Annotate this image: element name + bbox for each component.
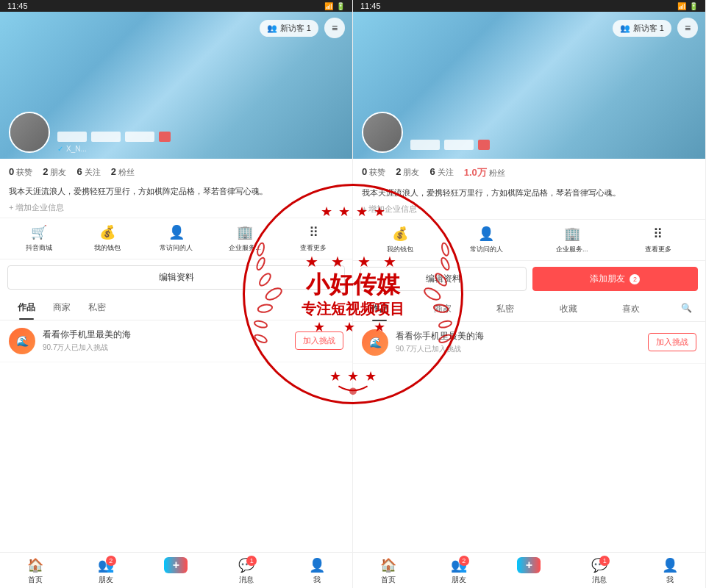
stat-fans-right[interactable]: 1.0万 粉丝 [464,166,505,179]
menu-btn-left[interactable]: ≡ [324,18,345,38]
stat-follow-left[interactable]: 6 关注 [76,166,100,178]
new-visitor-label-right: 新访客 1 [633,23,664,34]
username-info-left: ✓ X_N... [57,132,171,153]
tab-works-right[interactable]: 作品 [362,297,397,321]
bottom-nav-right: 🏠 首页 2 👥 朋友 + 1 💬 消息 👤 我 [353,552,705,588]
time-left: 11:45 [7,1,28,10]
icons-row-left: 🛒 抖音商城 💰 我的钱包 👤 常访问的人 🏢 企业服务... ⠿ [0,218,352,259]
right-panel: 11:45 📶 🔋 👥 新访客 1 ≡ [353,0,706,588]
card-title-right: 看看你手机里最美的海 [396,330,641,343]
banner-topbar-left: 👥 新访客 1 ≡ [260,18,345,38]
tab-merchant-left[interactable]: 商家 [44,295,79,320]
tab-search-right[interactable]: 🔍 [677,297,696,321]
avatar-left [9,112,50,153]
menu-btn-right[interactable]: ≡ [677,18,698,38]
icon-wallet-right[interactable]: 💰 我的钱包 [357,226,443,254]
nav-home-left[interactable]: 🏠 首页 [0,557,71,585]
tab-like-right[interactable]: 喜欢 [613,297,649,321]
card-title-left: 看看你手机里最美的海 [43,329,288,341]
stat-friend-right[interactable]: 2 朋友 [396,166,419,179]
tab-private-left[interactable]: 私密 [79,295,115,320]
icon-enterprise-left[interactable]: 🏢 企业服务... [210,224,279,253]
nav-home-right[interactable]: 🏠 首页 [353,557,424,585]
avatar-row-right [353,112,705,159]
action-row-left: 编辑资料 [0,259,352,295]
nav-me-right[interactable]: 👤 我 [635,557,705,585]
avatar-row-left: ✓ X_N... [0,112,352,159]
stat-huozan-left: 0 获赞 [9,166,32,178]
stats-row-left: 0 获赞 2 朋友 6 关注 2 粉丝 [0,159,352,182]
add-info-right[interactable]: + 增加企业信息 [353,202,705,219]
tabs-row-right: 作品 商家 私密 收藏 喜欢 🔍 [353,297,705,322]
avatar-right [362,112,403,153]
card-icon-left: 🌊 [9,328,35,354]
stats-row-right: 0 获赞 2 朋友 6 关注 1.0万 粉丝 [353,159,705,184]
card-icon-right: 🌊 [362,329,388,356]
icon-shop-left[interactable]: 🛒 抖音商城 [4,224,73,253]
nav-friends-left[interactable]: 2 👥 朋友 [71,557,141,585]
join-btn-right[interactable]: 加入挑战 [648,333,696,351]
content-card-right: 🌊 看看你手机里最美的海 90.7万人已加入挑战 加入挑战 [353,322,705,364]
bio-left: 我本天涯流浪人，爱携轻狂万里行，方如棋阵定品格，琴若音律写心魂。 [0,182,352,201]
edit-profile-btn-left[interactable]: 编辑资料 [7,265,345,290]
nav-plus-right[interactable]: + [494,557,565,585]
banner-topbar-right: 👥 新访客 1 ≡ [613,18,698,38]
new-visitor-btn-right[interactable]: 👥 新访客 1 [613,20,671,37]
stat-friend-left[interactable]: 2 朋友 [43,166,66,178]
icon-visit-right[interactable]: 👤 常访问的人 [443,226,530,254]
add-info-left[interactable]: + 增加企业信息 [0,201,352,218]
banner-left: 👥 新访客 1 ≡ ✓ [0,12,352,159]
tabs-row-left: 作品 商家 私密 [0,295,352,320]
stat-fans-left[interactable]: 2 粉丝 [111,166,135,178]
edit-profile-btn-right[interactable]: 编辑资料 [360,267,527,291]
status-icons-right: 📶 🔋 [677,2,698,10]
username-bar-right [410,140,490,150]
icon-visit-left[interactable]: 👤 常访问的人 [142,224,210,253]
status-bar-right: 11:45 📶 🔋 [353,0,705,12]
main-container: 11:45 📶 🔋 👥 新访客 1 ≡ [0,0,706,588]
panel-content-left: 0 获赞 2 朋友 6 关注 2 粉丝 我本天涯流浪人，爱携轻狂万里行，方如棋阵… [0,159,352,588]
left-panel: 11:45 📶 🔋 👥 新访客 1 ≡ [0,0,353,588]
nav-msg-left[interactable]: 1 💬 消息 [211,557,282,585]
status-bar-left: 11:45 📶 🔋 [0,0,352,12]
username-info-right [410,140,490,153]
card-sub-left: 90.7万人已加入挑战 [43,343,288,353]
tab-works-left[interactable]: 作品 [9,295,44,320]
card-text-left: 看看你手机里最美的海 90.7万人已加入挑战 [43,329,288,353]
banner-right: 👥 新访客 1 ≡ [353,12,705,159]
icon-more-left[interactable]: ⠿ 查看更多 [279,224,348,253]
icon-wallet-left[interactable]: 💰 我的钱包 [73,224,141,253]
icon-enterprise-right[interactable]: 🏢 企业服务... [530,226,616,254]
new-visitor-btn-left[interactable]: 👥 新访客 1 [260,20,318,37]
tab-collect-right[interactable]: 收藏 [551,297,586,321]
card-text-right: 看看你手机里最美的海 90.7万人已加入挑战 [396,330,641,354]
icon-more-right[interactable]: ⠿ 查看更多 [615,226,701,254]
nav-msg-right[interactable]: 1 💬 消息 [564,557,635,585]
panel-content-right: 0 获赞 2 朋友 6 关注 1.0万 粉丝 我本天涯流浪人，爱携轻狂万里行，方… [353,159,705,588]
new-visitor-label-left: 新访客 1 [280,23,311,34]
nav-friends-right[interactable]: 2 👥 朋友 [424,557,494,585]
nav-plus-left[interactable]: + [141,557,212,585]
card-sub-right: 90.7万人已加入挑战 [396,344,641,354]
time-right: 11:45 [360,1,381,10]
bio-right: 我本天涯流浪人，爱携轻狂万里行，方如棋阵定品格，琴若音律写心魂。 [353,184,705,202]
join-btn-left[interactable]: 加入挑战 [295,331,343,350]
add-friend-btn-right[interactable]: 添加朋友 2 [532,267,699,291]
stat-follow-right[interactable]: 6 关注 [429,166,453,179]
content-card-left: 🌊 看看你手机里最美的海 90.7万人已加入挑战 加入挑战 [0,320,352,362]
nav-me-left[interactable]: 👤 我 [282,557,352,585]
status-icons-left: 📶 🔋 [324,2,345,10]
tab-private-right[interactable]: 私密 [488,297,523,321]
tab-merchant-right[interactable]: 商家 [425,297,460,321]
action-row-right: 编辑资料 添加朋友 2 [353,261,705,297]
bottom-nav-left: 🏠 首页 2 👥 朋友 + 1 💬 消息 👤 我 [0,552,352,588]
username-bar-left [57,132,171,142]
icons-row-right: 💰 我的钱包 👤 常访问的人 🏢 企业服务... ⠿ 查看更多 [353,219,705,261]
verified-row-left: ✓ X_N... [57,145,171,153]
stat-huozan-right: 0 获赞 [362,166,385,179]
